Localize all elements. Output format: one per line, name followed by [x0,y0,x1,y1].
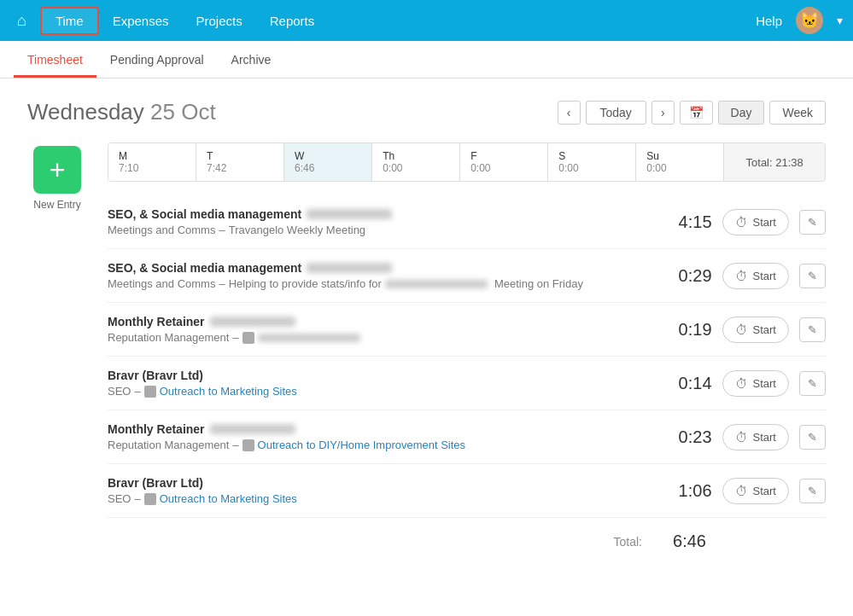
entry-client-blurred-0 [307,209,392,219]
total-row: Total: 6:46 [108,518,826,565]
entry-sub-1: Meetings and Comms – Helping to provide … [108,277,655,290]
timer-icon-4: ⏱ [735,430,748,445]
edit-button-3[interactable]: ✎ [799,371,826,396]
nav-right: Help 🐱 ▾ [756,7,843,34]
entry-row-1: SEO, & Social media management Meetings … [108,249,826,303]
start-button-5[interactable]: ⏱Start [722,478,789,504]
day-cell-m[interactable]: M7:10 [108,143,196,181]
timer-icon-3: ⏱ [735,376,748,391]
entry-task-link-3[interactable]: Outreach to Marketing Sites [160,385,297,398]
entry-task-1: Helping to provide stats/info for [229,277,382,290]
today-button[interactable]: Today [586,101,646,125]
entry-row-0: SEO, & Social media management Meetings … [108,195,826,249]
entry-title-3: Bravr (Bravr Ltd) [108,369,203,382]
entry-info-4: Monthly Retainer Reputation Management –… [108,422,655,451]
entry-title-2: Monthly Retainer [108,315,205,328]
entry-sub-5: SEO – Outreach to Marketing Sites [108,492,655,505]
nav-projects[interactable]: Projects [183,9,256,33]
entry-category-1: Meetings and Comms [108,277,215,290]
day-cell-su[interactable]: Su0:00 [636,143,724,181]
start-button-1[interactable]: ⏱Start [722,263,789,289]
entry-sub-0: Meetings and Comms – Travangelo Weekly M… [108,224,655,236]
entry-task-icon-3 [144,386,156,398]
entry-row-3: Bravr (Bravr Ltd)SEO – Outreach to Marke… [108,357,826,410]
day-cell-f[interactable]: F0:00 [460,143,548,181]
edit-button-5[interactable]: ✎ [799,479,826,503]
edit-button-1[interactable]: ✎ [799,264,826,288]
date-title: Wednesday 25 Oct [27,99,544,125]
subnav-timesheet[interactable]: Timesheet [14,44,96,78]
start-button-3[interactable]: ⏱Start [722,370,789,397]
day-bar-total: Total: 21:38 [724,143,825,181]
entry-task-link-4[interactable]: Outreach to DIY/Home Improvement Sites [258,439,465,451]
start-button-2[interactable]: ⏱Start [722,317,789,343]
new-entry-button[interactable]: + [33,146,81,194]
entry-task-link-5[interactable]: Outreach to Marketing Sites [160,492,297,505]
entry-time-0: 4:15 [665,212,712,232]
entry-client-blurred-2 [210,317,295,327]
edit-button-4[interactable]: ✎ [799,425,826,450]
entry-info-3: Bravr (Bravr Ltd)SEO – Outreach to Marke… [108,369,655,398]
entry-title-5: Bravr (Bravr Ltd) [108,476,203,490]
week-view-button[interactable]: Week [769,101,826,125]
new-entry-label: New Entry [33,199,80,211]
day-bar: M7:10T7:42W6:46Th0:00F0:00S0:00Su0:00Tot… [108,142,826,182]
entry-category-3: SEO [108,385,131,398]
date-date: 25 Oct [150,99,216,125]
date-day: Wednesday [27,99,144,125]
entry-task-blurred-2 [258,334,360,342]
subnav-pending-approval[interactable]: Pending Approval [96,44,218,78]
entry-title-1: SEO, & Social media management [108,261,301,275]
entry-task-extra-line-1: Meeting on Friday [494,277,583,290]
avatar[interactable]: 🐱 [796,7,823,34]
entry-row-4: Monthly Retainer Reputation Management –… [108,410,826,464]
entry-category-0: Meetings and Comms [108,224,215,236]
entry-client-blurred-4 [210,424,295,434]
entry-row-2: Monthly Retainer Reputation Management –… [108,303,826,357]
entry-row-5: Bravr (Bravr Ltd)SEO – Outreach to Marke… [108,464,826,518]
main-content: Wednesday 25 Oct ‹ Today › 📅 Day Week + … [0,78,853,616]
next-date-button[interactable]: › [651,101,675,125]
entry-info-0: SEO, & Social media management Meetings … [108,207,655,236]
start-button-4[interactable]: ⏱Start [722,424,789,450]
entry-title-4: Monthly Retainer [108,422,205,436]
home-icon[interactable]: ⌂ [10,7,33,35]
total-label: Total: [614,535,642,549]
calendar-button[interactable]: 📅 [680,101,713,125]
entry-sub-4: Reputation Management – Outreach to DIY/… [108,439,655,451]
entry-client-blurred-1 [307,263,392,273]
entry-task-extra-blurred-1 [385,280,488,288]
timer-icon-5: ⏱ [735,484,748,498]
edit-button-0[interactable]: ✎ [799,210,826,235]
entry-info-1: SEO, & Social media management Meetings … [108,261,655,290]
entry-time-2: 0:19 [665,320,712,340]
help-link[interactable]: Help [756,14,782,28]
entry-time-1: 0:29 [665,266,712,286]
timer-icon-2: ⏱ [735,323,748,337]
day-cell-w[interactable]: W6:46 [284,143,372,181]
entry-info-5: Bravr (Bravr Ltd)SEO – Outreach to Marke… [108,476,655,505]
entry-title-0: SEO, & Social media management [108,207,301,221]
date-nav: ‹ Today › 📅 Day Week [558,101,826,125]
entry-task-icon-5 [144,493,156,505]
start-button-0[interactable]: ⏱Start [722,209,789,235]
date-header: Wednesday 25 Oct ‹ Today › 📅 Day Week [27,99,826,125]
day-cell-t[interactable]: T7:42 [196,143,284,181]
user-menu[interactable]: ▾ [837,14,843,27]
prev-date-button[interactable]: ‹ [558,101,581,125]
entry-sub-3: SEO – Outreach to Marketing Sites [108,385,655,398]
sub-nav: Timesheet Pending Approval Archive [0,41,853,78]
total-value: 6:46 [659,532,706,551]
entry-time-5: 1:06 [665,481,712,501]
nav-expenses[interactable]: Expenses [99,9,183,33]
day-cell-s[interactable]: S0:00 [548,143,636,181]
subnav-archive[interactable]: Archive [218,44,285,78]
entries-area: M7:10T7:42W6:46Th0:00F0:00S0:00Su0:00Tot… [108,142,826,565]
nav-time[interactable]: Time [40,7,99,35]
nav-reports[interactable]: Reports [256,9,329,33]
entry-time-4: 0:23 [665,427,712,447]
entry-category-4: Reputation Management [108,439,229,451]
day-view-button[interactable]: Day [718,101,765,125]
edit-button-2[interactable]: ✎ [799,317,826,342]
day-cell-th[interactable]: Th0:00 [372,143,460,181]
